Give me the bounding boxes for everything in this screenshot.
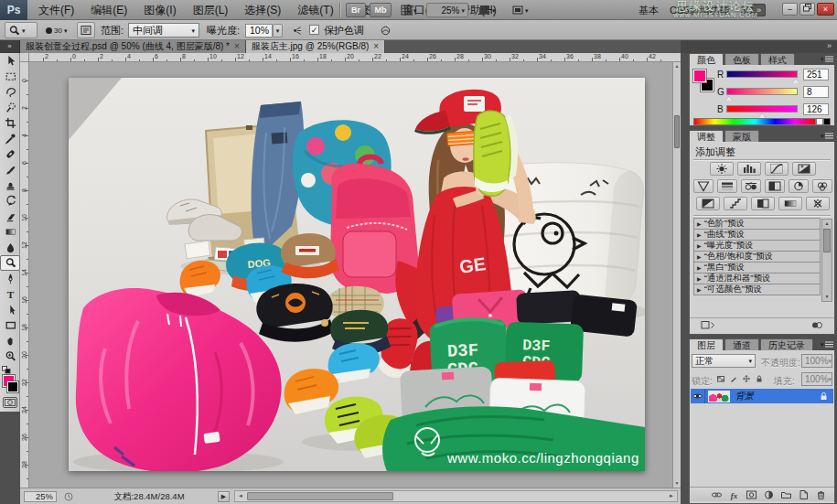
exposure-field[interactable]: 10% <box>245 24 273 38</box>
hue-saturation-icon[interactable] <box>717 179 737 193</box>
tab-adjustments-0[interactable]: 调整 <box>689 130 724 142</box>
layer-thumbnail[interactable] <box>708 391 730 402</box>
switch-panel-icon[interactable] <box>701 319 715 331</box>
rectangle-tool[interactable] <box>0 317 20 333</box>
delete-layer-icon[interactable] <box>815 489 827 500</box>
horizontal-scroll-thumb[interactable] <box>247 492 393 500</box>
invert-icon[interactable] <box>696 197 720 210</box>
red-slider-thumb[interactable] <box>792 79 799 83</box>
scroll-down-icon[interactable]: ▼ <box>673 479 681 488</box>
menubar-item-1[interactable]: 编辑(E) <box>82 0 135 20</box>
default-colors-icon[interactable] <box>2 366 11 374</box>
tool-preset-picker[interactable]: ▾ <box>5 22 38 38</box>
expand-arrow-icon[interactable]: ▶ <box>697 232 702 238</box>
gradient-tool[interactable] <box>0 224 20 240</box>
brush-tool[interactable] <box>0 162 20 177</box>
blur-tool[interactable] <box>0 240 20 255</box>
zoom-tool[interactable] <box>0 349 20 364</box>
toggle-brush-panel-button[interactable] <box>77 22 95 38</box>
document-canvas[interactable]: GE <box>69 78 645 471</box>
menubar-item-0[interactable]: 文件(F) <box>30 0 82 20</box>
toolbar-collapse-button[interactable]: » <box>0 40 20 53</box>
minimize-button[interactable]: – <box>782 3 798 16</box>
eraser-tool[interactable] <box>0 209 20 224</box>
black-swatch[interactable] <box>823 118 831 125</box>
vibrance-icon[interactable] <box>693 179 714 193</box>
menubar-item-4[interactable]: 选择(S) <box>236 0 289 20</box>
color-balance-icon[interactable] <box>741 179 761 193</box>
move-tool[interactable] <box>0 53 20 69</box>
status-options-button[interactable]: ▶ <box>218 491 230 502</box>
selective-color-icon[interactable] <box>806 197 830 210</box>
brightness-contrast-icon[interactable] <box>710 162 734 176</box>
black-white-icon[interactable] <box>765 179 785 193</box>
background-color-swatch[interactable] <box>7 381 18 392</box>
gradient-map-icon[interactable] <box>778 197 802 210</box>
document-tab-0[interactable]: 服装创意全过程.psd @ 50% (曲线 4, 图层蒙版/8) *× <box>20 40 246 53</box>
eyedropper-tool[interactable] <box>0 131 20 146</box>
range-select[interactable]: 中间调 ▾ <box>128 23 199 38</box>
panel-menu-icon[interactable]: ▾ <box>821 54 835 63</box>
restore-button[interactable] <box>799 3 815 16</box>
history-brush-tool[interactable] <box>0 193 20 209</box>
workspace-button-0[interactable]: 基本 <box>633 0 664 20</box>
channel-mixer-icon[interactable] <box>812 179 832 193</box>
tab-close-icon[interactable]: × <box>234 42 240 51</box>
layer-group-icon[interactable] <box>780 489 792 500</box>
view-extras-button[interactable]: ▾ <box>397 3 421 17</box>
panel-foreground-swatch[interactable] <box>693 70 706 82</box>
tab-layers-2[interactable]: 历史记录 <box>760 338 813 350</box>
presets-scroll-thumb[interactable] <box>823 229 831 252</box>
new-layer-icon[interactable] <box>798 489 810 500</box>
tab-color-0[interactable]: 颜色 <box>689 53 724 65</box>
lock-all-icon[interactable] <box>754 373 765 383</box>
scroll-up-icon[interactable]: ▲ <box>822 220 832 228</box>
green-value-field[interactable]: 8 <box>803 86 829 98</box>
quick-mask-button[interactable] <box>3 397 17 408</box>
blue-value-field[interactable]: 126 <box>803 103 829 115</box>
green-slider-thumb[interactable] <box>725 96 733 101</box>
green-slider[interactable] <box>726 88 798 95</box>
layer-style-icon[interactable]: fx <box>728 489 740 500</box>
dock-collapse-button[interactable]: » <box>681 40 837 53</box>
expand-arrow-icon[interactable]: ▶ <box>697 254 702 260</box>
panel-menu-icon[interactable]: ▾ <box>821 339 835 349</box>
tab-layers-0[interactable]: 图层 <box>689 338 724 350</box>
layer-mask-icon[interactable] <box>746 489 757 500</box>
scroll-down-icon[interactable]: ▼ <box>822 293 832 301</box>
mini-bridge-button[interactable]: Mb <box>370 3 392 17</box>
menubar-item-3[interactable]: 图层(L) <box>185 0 237 20</box>
layer-row-background[interactable]: 背景 <box>691 389 833 403</box>
adjustment-layer-icon[interactable] <box>763 489 775 500</box>
zoom-level-field[interactable]: 25% ▾ <box>426 3 468 17</box>
expand-arrow-icon[interactable]: ▶ <box>697 287 702 293</box>
tab-close-icon[interactable]: × <box>373 42 379 51</box>
posterize-icon[interactable] <box>724 197 747 210</box>
pen-tool[interactable] <box>0 271 20 286</box>
brush-size-picker[interactable]: 30 ▾ <box>42 22 73 38</box>
exposure-slider-button[interactable]: ▾ <box>273 24 283 38</box>
tab-color-1[interactable]: 色板 <box>724 53 759 65</box>
quick-selection-tool[interactable] <box>0 100 20 115</box>
white-swatch[interactable] <box>816 118 823 125</box>
spot-healing-brush-tool[interactable] <box>0 146 20 162</box>
opacity-field[interactable]: 100% ▾ <box>801 354 832 368</box>
path-selection-tool[interactable] <box>0 302 20 317</box>
more-workspaces-button[interactable]: » <box>752 4 766 16</box>
red-value-field[interactable]: 251 <box>803 69 829 80</box>
presets-scrollbar[interactable]: ▲ ▼ <box>821 219 832 302</box>
photo-filter-icon[interactable] <box>789 179 809 193</box>
blue-slider[interactable] <box>726 105 798 113</box>
hand-tool[interactable] <box>0 333 20 349</box>
scroll-up-icon[interactable]: ▲ <box>673 62 681 70</box>
horizontal-scrollbar[interactable]: ◄ ► <box>234 490 678 502</box>
menubar-item-2[interactable]: 图像(I) <box>135 0 184 20</box>
panel-menu-icon[interactable]: ▾ <box>821 131 835 140</box>
vertical-scrollbar[interactable]: ▲ ▼ <box>672 62 681 488</box>
color-spectrum-ramp[interactable] <box>693 118 816 125</box>
workspace-button-1[interactable]: CS5新增功能 <box>664 0 735 20</box>
lock-position-icon[interactable] <box>741 373 752 383</box>
levels-icon[interactable] <box>737 162 761 176</box>
clone-stamp-tool[interactable] <box>0 177 20 193</box>
lock-pixels-icon[interactable] <box>728 373 739 383</box>
